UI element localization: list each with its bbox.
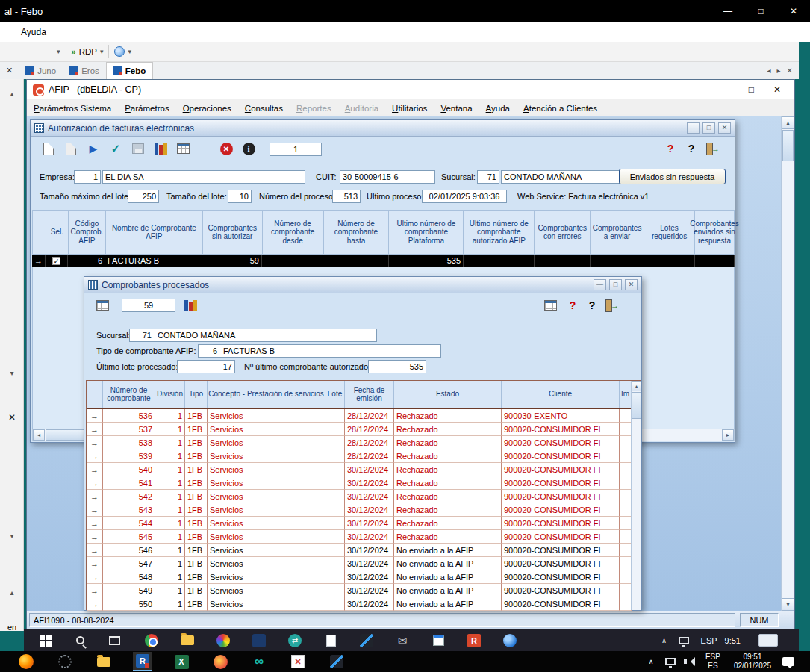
tipo-comprobante-field[interactable]: 6 FACTURAS B — [198, 344, 441, 358]
auth-grid-selected-row[interactable]: → ✓ 6 FACTURAS B 59 535 — [32, 255, 735, 267]
infinity-app-icon[interactable]: ∞ — [249, 652, 269, 671]
keyboard-language-indicator[interactable]: ESP — [701, 636, 717, 645]
game-app-icon[interactable] — [211, 652, 230, 671]
dropdown-caret-icon[interactable]: ▾ — [57, 48, 60, 55]
tray-chevron-up-icon[interactable]: ∧ — [655, 631, 674, 650]
scroll-down-icon[interactable]: ▾ — [782, 598, 794, 611]
rail-scroll-down-icon[interactable]: ▾ — [0, 532, 24, 540]
tab-eros[interactable]: Eros — [63, 62, 106, 79]
globe-icon[interactable] — [114, 46, 125, 57]
rdp-app-icon[interactable]: R — [464, 631, 484, 650]
numero-proceso-field[interactable]: 513 — [332, 190, 361, 203]
file-explorer-icon[interactable] — [178, 631, 197, 650]
photos-icon[interactable] — [214, 631, 233, 650]
minimize-button[interactable]: — — [711, 0, 744, 22]
display-icon[interactable] — [661, 652, 680, 671]
ultimo-comprobante-field[interactable]: 535 — [368, 360, 426, 373]
context-help-icon[interactable]: ? — [661, 140, 679, 158]
sucursal-number-field[interactable]: 71 — [477, 170, 499, 184]
tools-icon[interactable] — [55, 652, 75, 671]
help-icon[interactable]: ? — [583, 296, 601, 314]
notification-panel-icon[interactable] — [758, 631, 778, 650]
ultimo-proceso-field[interactable]: 02/01/2025 9:03:36 — [422, 190, 507, 203]
menu-item-ayuda[interactable]: Ayuda — [13, 27, 54, 37]
rdp-button-label[interactable]: RDP — [79, 47, 97, 56]
minimize-button[interactable]: — — [687, 122, 700, 134]
proc-grid-row[interactable]: →54711FBServicios30/12/2024No enviado a … — [87, 557, 632, 570]
proc-grid-row[interactable]: →53711FBServicios28/12/2024Rechazado9000… — [87, 423, 632, 436]
maximize-button[interactable]: □ — [702, 122, 715, 134]
close-button[interactable]: ✕ — [773, 84, 781, 95]
export-grid-icon[interactable] — [93, 296, 111, 314]
menu-parametros[interactable]: Parámetros — [118, 104, 175, 113]
chrome-icon[interactable] — [142, 631, 161, 650]
calendar-icon[interactable] — [429, 631, 448, 650]
menu-ayuda[interactable]: Ayuda — [479, 104, 517, 113]
browser-icon[interactable] — [500, 631, 520, 650]
scrollbar-thumb[interactable] — [632, 392, 641, 419]
proc-grid-row[interactable]: →54411FBServicios30/12/2024Rechazado9000… — [87, 517, 632, 530]
properties-icon[interactable] — [62, 140, 80, 158]
proc-grid-row[interactable]: →54211FBServicios30/12/2024Rechazado9000… — [87, 490, 632, 503]
menu-consultas[interactable]: Consultas — [238, 104, 290, 113]
selected-checkbox[interactable]: ✓ — [46, 255, 68, 267]
tamano-lote-field[interactable]: 10 — [228, 190, 252, 203]
keyboard-language-indicator[interactable]: ESP ES — [705, 653, 720, 671]
file-explorer-icon[interactable] — [94, 652, 113, 671]
scroll-up-icon[interactable]: ▴ — [632, 381, 641, 391]
pen-app-icon[interactable] — [327, 652, 346, 671]
spreadsheet-file-icon[interactable]: ✕ — [288, 652, 308, 671]
mail-icon[interactable]: ✉ — [393, 631, 412, 650]
scroll-left-icon[interactable]: ◂ — [33, 429, 45, 441]
validate-icon[interactable]: ✓ — [107, 140, 125, 158]
proc-grid-row[interactable]: →54011FBServicios30/12/2024Rechazado9000… — [87, 463, 632, 476]
rail-close-icon[interactable]: ✕ — [0, 412, 24, 423]
mdi-vertical-scrollbar[interactable]: ▴ ▾ — [781, 116, 794, 611]
search-icon[interactable] — [70, 631, 90, 650]
proc-grid-row[interactable]: →53811FBServicios28/12/2024Rechazado9000… — [87, 436, 632, 449]
rail-scroll-down-icon[interactable]: ▾ — [0, 369, 24, 377]
cuit-field[interactable]: 30-50009415-6 — [340, 170, 435, 184]
scroll-right-icon[interactable]: ▸ — [722, 429, 734, 441]
books-icon[interactable] — [181, 296, 199, 314]
tray-chevron-up-icon[interactable]: ∧ — [641, 652, 661, 671]
proc-grid-row[interactable]: →54111FBServicios30/12/2024Rechazado9000… — [87, 476, 632, 490]
tamano-maximo-field[interactable]: 250 — [128, 190, 159, 203]
proc-titlebar[interactable]: Comprobantes procesados — □ ✕ — [84, 277, 641, 293]
action-center-icon[interactable] — [779, 652, 798, 671]
globe-dropdown-icon[interactable]: ▾ — [128, 48, 131, 55]
sync-app-icon[interactable]: ⇄ — [285, 631, 305, 650]
notepad-icon[interactable] — [321, 631, 340, 650]
process-count-field[interactable]: 1 — [270, 143, 322, 156]
close-panel-icon[interactable]: ✕ — [6, 66, 13, 75]
scroll-up-icon[interactable]: ▴ — [782, 116, 794, 129]
rail-scroll-up-icon[interactable]: ▴ — [0, 588, 24, 597]
firefox-icon[interactable] — [16, 652, 36, 671]
menu-utilitarios[interactable]: Utilitarios — [385, 104, 434, 113]
tab-close-icon[interactable]: ✕ — [787, 66, 793, 75]
display-icon[interactable] — [674, 631, 694, 650]
excel-icon[interactable]: X — [172, 652, 191, 671]
rdp-manager-icon[interactable]: R — [133, 652, 152, 671]
maximize-button[interactable]: □ — [749, 84, 754, 95]
new-document-icon[interactable] — [40, 140, 57, 158]
menu-operaciones[interactable]: Operaciones — [176, 104, 238, 113]
minimize-button[interactable]: — — [594, 279, 606, 290]
blue-app-icon[interactable] — [249, 631, 269, 650]
info-icon[interactable]: i — [240, 140, 258, 158]
rail-scroll-up-icon[interactable]: ▴ — [0, 90, 24, 98]
ultimo-lote-field[interactable]: 17 — [177, 360, 235, 373]
scrollbar-thumb[interactable] — [782, 130, 794, 161]
clock[interactable]: 09:51 02/01/2025 — [734, 653, 771, 671]
tab-scroll-right-icon[interactable]: ▸ — [777, 66, 781, 75]
close-button[interactable]: ✕ — [625, 279, 638, 290]
help-icon[interactable]: ? — [682, 140, 700, 158]
proc-grid-row[interactable]: →55011FBServicios30/12/2024No enviado a … — [87, 597, 632, 611]
tab-febo[interactable]: Febo — [106, 62, 153, 79]
start-icon[interactable] — [36, 631, 55, 650]
maximize-button[interactable]: □ — [609, 279, 622, 290]
menu-atencion-clientes[interactable]: Atención a Clientes — [517, 104, 604, 113]
record-count-field[interactable]: 59 — [122, 299, 175, 312]
proc-grid-row[interactable]: →54911FBServicios30/12/2024No enviado a … — [87, 584, 632, 597]
rail-language-label[interactable]: en — [0, 623, 24, 632]
